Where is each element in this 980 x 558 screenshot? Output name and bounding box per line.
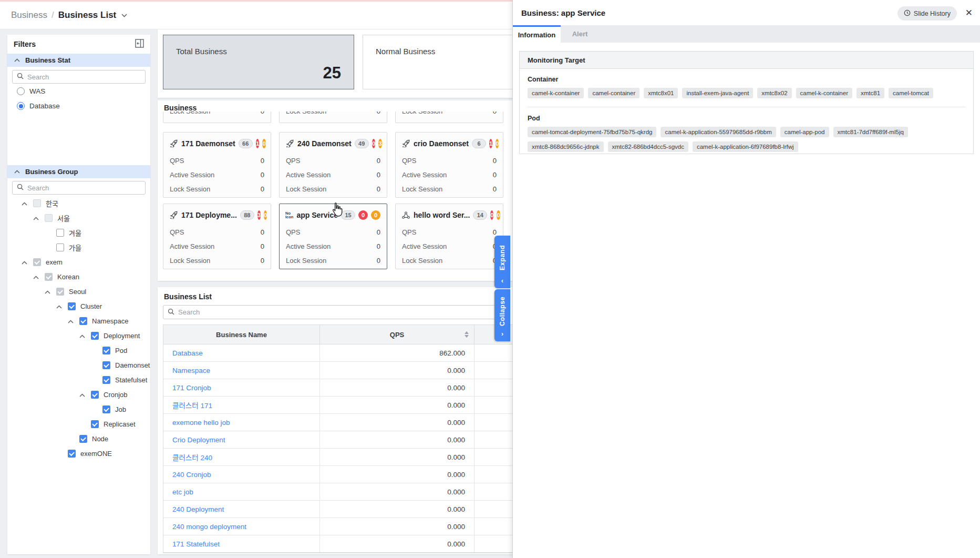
chevron-up-icon[interactable] — [56, 302, 63, 310]
chevron-up-icon[interactable] — [79, 391, 86, 399]
target-tag[interactable]: install-exem-java-agent — [682, 88, 753, 98]
checkbox-checked[interactable] — [68, 302, 76, 310]
tree-item-Node[interactable]: Node — [7, 431, 150, 446]
business-card-partial[interactable]: Lock Session0 — [395, 111, 503, 123]
target-tag[interactable]: camel-k-container — [796, 88, 852, 98]
target-tag[interactable]: xmtc8-868dc9656c-jdnpk — [528, 141, 604, 152]
expand-handle[interactable]: Expand ‹ — [494, 236, 510, 288]
target-tag[interactable]: xmtc82-686bd4dcc5-sgvdc — [608, 141, 688, 152]
tree-item-Korean[interactable]: Korean — [7, 269, 150, 284]
target-tag[interactable]: camel-k-application-6f97689fb8-lrfwj — [693, 141, 798, 152]
business-card-hello-word-ser-[interactable]: hello word Ser...1400QPS0Active Session0… — [395, 204, 503, 269]
tree-item-Daemonset[interactable]: Daemonset — [7, 358, 150, 372]
checkbox-checked[interactable] — [102, 361, 110, 369]
tree-item-겨울[interactable]: 겨울 — [7, 225, 150, 240]
breadcrumb-section[interactable]: Business — [11, 10, 47, 21]
chevron-up-icon[interactable] — [45, 288, 51, 296]
checkbox-checked[interactable] — [91, 420, 99, 428]
business-name-link[interactable]: 240 mongo deployment — [163, 518, 320, 535]
search-input[interactable] — [27, 184, 141, 192]
close-icon[interactable]: ✕ — [965, 7, 973, 18]
checkbox-checked[interactable] — [102, 347, 110, 354]
column-header-qps[interactable]: QPS — [320, 325, 474, 344]
section-business-group[interactable]: Business Group — [7, 165, 150, 178]
checkbox-checked-muted[interactable] — [56, 288, 64, 296]
checkbox-checked[interactable] — [79, 317, 87, 325]
collapse-handle[interactable]: Collapse › — [494, 289, 510, 341]
section-business-stat[interactable]: Business Stat — [7, 54, 150, 67]
chevron-up-icon[interactable] — [68, 317, 75, 325]
radio-option-database[interactable]: Database — [17, 102, 60, 110]
target-tag[interactable]: xmtc81-7dd7ff689f-ml5jq — [833, 127, 908, 137]
target-tag[interactable]: camel-tomcat-deployment-75fbd75b75-qkrdg — [528, 127, 656, 137]
checkbox-checked-muted[interactable] — [45, 273, 53, 281]
target-tag[interactable]: camel-k-container — [528, 88, 584, 98]
checkbox-checked[interactable] — [102, 376, 110, 384]
business-list-search[interactable] — [163, 305, 504, 319]
checkbox-unchecked-muted[interactable] — [45, 214, 53, 222]
slide-history-button[interactable]: Slide History — [898, 6, 957, 21]
business-card-partial[interactable]: Lock Session0 — [163, 111, 271, 123]
chevron-up-icon[interactable] — [22, 199, 28, 207]
checkbox-checked[interactable] — [102, 405, 110, 413]
business-name-link[interactable]: Database — [163, 344, 320, 361]
business-name-link[interactable]: 240 Cronjob — [163, 466, 320, 483]
checkbox-checked[interactable] — [79, 435, 87, 443]
tree-item-Replicaset[interactable]: Replicaset — [7, 417, 150, 431]
business-name-link[interactable]: Crio Deployment — [163, 431, 320, 448]
checkbox-checked[interactable] — [91, 391, 99, 399]
tree-item-Deployment[interactable]: Deployment — [7, 328, 150, 343]
business-card-240-daemonset[interactable]: 240 Daemonset4903QPS0Active Session0Lock… — [279, 132, 387, 198]
business-group-search[interactable] — [12, 181, 146, 195]
business-card-partial[interactable]: Lock Session0 — [279, 111, 387, 123]
radio-selected[interactable] — [17, 102, 25, 110]
business-name-link[interactable]: 240 Deployment — [163, 501, 320, 518]
business-card-171-deployme-[interactable]: 171 Deployme...8830QPS0Active Session0Lo… — [163, 204, 271, 269]
radio-unselected[interactable] — [17, 87, 25, 95]
tree-item-exemONE[interactable]: exemONE — [7, 446, 150, 461]
tree-item-Cluster[interactable]: Cluster — [7, 299, 150, 313]
target-tag[interactable]: camel-container — [588, 88, 639, 98]
search-input[interactable] — [27, 73, 141, 81]
business-name-link[interactable]: 클러스터 171 — [163, 397, 320, 413]
tab-information[interactable]: Information — [513, 25, 561, 43]
business-name-link[interactable]: 171 Cronjob — [163, 379, 320, 396]
checkbox-unchecked[interactable] — [56, 244, 64, 251]
target-tag[interactable]: xmtc81 — [857, 88, 884, 98]
sort-icon[interactable] — [465, 331, 469, 338]
chevron-down-icon[interactable] — [121, 12, 127, 19]
target-tag[interactable]: xmtc8x01 — [644, 88, 678, 98]
tree-item-Statefulset[interactable]: Statefulset — [7, 372, 150, 387]
business-stat-search[interactable] — [12, 70, 146, 84]
target-tag[interactable]: camel-k-application-55979685dd-r9bbm — [661, 127, 776, 137]
tab-alert[interactable]: Alert — [561, 25, 599, 43]
tree-item-Cronjob[interactable]: Cronjob — [7, 387, 150, 402]
target-tag[interactable]: camel-tomcat — [889, 88, 933, 98]
checkbox-unchecked[interactable] — [56, 229, 64, 237]
checkbox-checked[interactable] — [68, 450, 76, 458]
business-name-link[interactable]: exemone hello job — [163, 414, 320, 431]
business-card-171-daemonset[interactable]: 171 Daemonset6610QPS0Active Session0Lock… — [163, 132, 271, 198]
stat-card-total[interactable]: Total Business25 — [163, 35, 354, 89]
target-tag[interactable]: camel-app-pod — [780, 127, 829, 137]
business-card-crio-daemonset[interactable]: crio Daemonset610QPS0Active Session0Lock… — [395, 132, 503, 198]
tree-item-한국[interactable]: 한국 — [7, 196, 150, 210]
chevron-up-icon[interactable] — [22, 258, 28, 266]
column-header-business-name[interactable]: Business Name — [163, 325, 320, 344]
business-name-link[interactable]: 클러스터 240 — [163, 449, 320, 465]
search-input[interactable] — [178, 308, 500, 316]
tree-item-Job[interactable]: Job — [7, 402, 150, 417]
checkbox-checked[interactable] — [91, 332, 99, 340]
chevron-up-icon[interactable] — [33, 214, 40, 222]
business-name-link[interactable]: etc job — [163, 483, 320, 500]
tree-item-Namespace[interactable]: Namespace — [7, 313, 150, 328]
tree-item-가을[interactable]: 가을 — [7, 240, 150, 255]
radio-option-was[interactable]: WAS — [17, 87, 45, 95]
tree-item-Pod[interactable]: Pod — [7, 343, 150, 358]
tree-item-Seoul[interactable]: Seoul — [7, 284, 150, 299]
checkbox-unchecked-muted[interactable] — [33, 199, 41, 207]
business-name-link[interactable]: 171 Statefulset — [163, 535, 320, 552]
target-tag[interactable]: xmtc8x02 — [757, 88, 791, 98]
chevron-up-icon[interactable] — [33, 273, 40, 281]
breadcrumb-page[interactable]: Business List — [58, 10, 117, 21]
